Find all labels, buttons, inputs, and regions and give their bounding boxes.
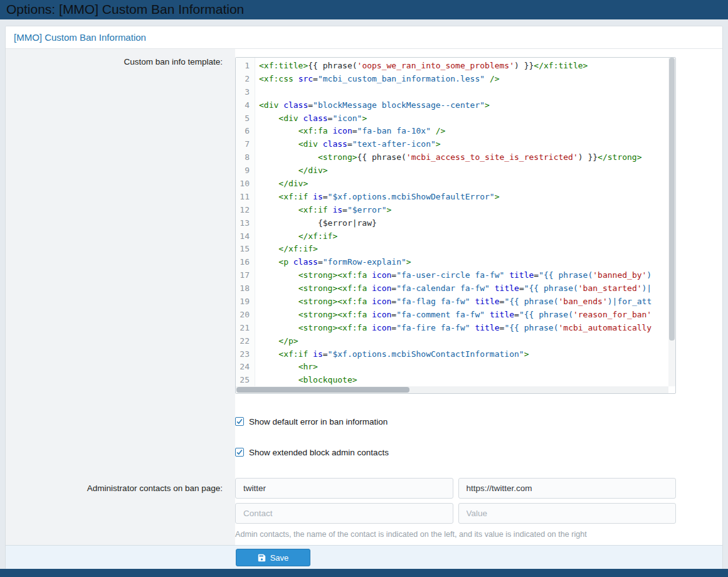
- form-footer: Save: [6, 545, 722, 569]
- contacts-grid: [235, 478, 676, 524]
- editor-vertical-scrollbar[interactable]: [668, 58, 675, 386]
- horizontal-scrollbar-thumb[interactable]: [236, 387, 409, 393]
- option-row-extended-contacts: Show extended block admin contacts: [6, 428, 722, 458]
- contact-value-input-2[interactable]: [458, 503, 677, 524]
- template-row-label: Custom ban info template:: [6, 49, 235, 404]
- options-card: [MMO] Custom Ban Information Custom ban …: [5, 26, 723, 570]
- code-editor[interactable]: 1234567891011121314151617181920212223242…: [235, 57, 676, 394]
- empty-label-cell: [6, 428, 235, 458]
- checkbox-label: Show extended block admin contacts: [249, 448, 389, 457]
- contact-name-input-2[interactable]: [235, 503, 453, 524]
- check-icon: [236, 448, 243, 456]
- contact-name-input-1[interactable]: [235, 478, 453, 499]
- template-row: Custom ban info template: 12345678910111…: [6, 49, 722, 404]
- checkbox-show-extended-contacts[interactable]: Show extended block admin contacts: [235, 448, 389, 457]
- editor-gutter: 1234567891011121314151617181920212223242…: [236, 58, 255, 386]
- editor-code[interactable]: <xf:title>{{ phrase('oops_we_ran_into_so…: [255, 58, 668, 386]
- checkbox-show-default-error[interactable]: Show default error in ban information: [235, 417, 388, 426]
- page-title: Options: [MMO] Custom Ban Information: [0, 0, 728, 19]
- topbar: Options: [MMO] Custom Ban Information: [0, 0, 728, 19]
- contacts-row: Administrator contacts on ban page: Admi…: [6, 458, 722, 545]
- contacts-row-label: Administrator contacts on ban page:: [6, 458, 235, 545]
- save-icon: [258, 554, 266, 562]
- checkbox-checked-icon[interactable]: [235, 448, 244, 457]
- check-icon: [236, 418, 243, 425]
- block-header: [MMO] Custom Ban Information: [6, 26, 722, 49]
- save-button[interactable]: Save: [236, 549, 310, 566]
- editor-horizontal-scrollbar[interactable]: [236, 386, 668, 393]
- checkbox-label: Show default error in ban information: [249, 417, 388, 426]
- save-button-label: Save: [270, 553, 289, 563]
- checkbox-checked-icon[interactable]: [235, 417, 244, 426]
- contacts-explain: Admin contacts, the name of the contact …: [235, 530, 676, 539]
- bottom-bar: [0, 569, 728, 577]
- empty-label-cell: [6, 404, 235, 428]
- option-row-default-error: Show default error in ban information: [6, 404, 722, 428]
- contact-value-input-1[interactable]: [458, 478, 677, 499]
- vertical-scrollbar-thumb[interactable]: [669, 58, 675, 341]
